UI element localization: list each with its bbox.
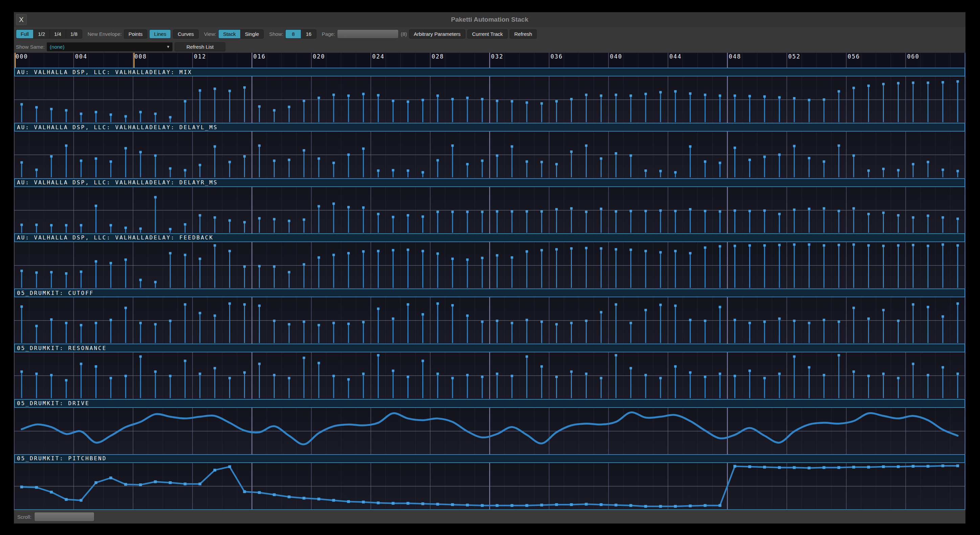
paketti-automation-stack-window: X Paketti Automation Stack Full 1/2 1/4 … [14, 12, 966, 524]
chevron-down-icon: ▼ [164, 44, 172, 49]
envelope-lines-button[interactable]: Lines [149, 29, 171, 38]
zoom-button-group: Full 1/2 1/4 1/8 [16, 29, 82, 38]
lane-envelope [14, 76, 965, 123]
current-track-button[interactable]: Current Track [467, 29, 508, 38]
lane-envelope [14, 352, 965, 399]
timeline-ruler: 0000040080120160200240280320360400440480… [14, 53, 965, 68]
lane-envelope [14, 132, 965, 178]
zoom-full-button[interactable]: Full [16, 29, 33, 38]
lane-plot-canvas[interactable] [14, 352, 965, 399]
lane-header: AU: VALHALLA DSP, LLC: VALHALLADELAY: DE… [14, 178, 965, 187]
lane-envelope [14, 187, 965, 233]
arbitrary-parameters-button[interactable]: Arbitrary Parameters [409, 29, 465, 38]
ruler-label: 056 [846, 53, 860, 60]
lane-title: AU: VALHALLA DSP, LLC: VALHALLADELAY: DE… [15, 179, 218, 186]
automation-lanes: AU: VALHALLA DSP, LLC: VALHALLADELAY: MI… [14, 68, 965, 510]
lane-title: 05_DRUMKIT: RESONANCE [15, 345, 107, 351]
lane-header: AU: VALHALLA DSP, LLC: VALHALLADELAY: DE… [14, 123, 965, 132]
title-bar: X Paketti Automation Stack [14, 12, 966, 27]
ruler-label: 000 [14, 53, 28, 60]
show-button-group: 8 16 [285, 29, 317, 38]
lane-title: 05_DRUMKIT: DRIVE [15, 400, 90, 406]
scroll-row: Scroll: [14, 510, 966, 524]
page-label: Page: [322, 31, 335, 37]
ruler-label: 020 [311, 53, 325, 60]
ruler-label: 048 [727, 53, 741, 60]
ruler-label: 024 [371, 53, 385, 60]
lane-plot-canvas[interactable] [14, 76, 965, 123]
lane-plot-canvas[interactable] [14, 132, 965, 178]
automation-stack-region: 0000040080120160200240280320360400440480… [14, 53, 966, 510]
lane-header: 05_DRUMKIT: RESONANCE [14, 344, 965, 352]
filter-toolbar: Show Same: (none) ▼ Refresh List [14, 41, 966, 53]
lane-plot-canvas[interactable] [14, 242, 965, 289]
ruler-label: 060 [905, 53, 920, 60]
lane-envelope [14, 463, 965, 509]
view-button-group: Stack Single [218, 29, 264, 38]
automation-lane: AU: VALHALLA DSP, LLC: VALHALLADELAY: DE… [14, 178, 965, 233]
automation-lane: 05_DRUMKIT: CUTOFF [14, 289, 965, 344]
lane-header: 05_DRUMKIT: CUTOFF [14, 289, 965, 297]
ruler-label: 028 [430, 53, 444, 60]
main-toolbar: Full 1/2 1/4 1/8 New Envelope: Points Li… [14, 27, 966, 41]
lane-plot-canvas[interactable] [14, 187, 965, 233]
scroll-label: Scroll: [17, 514, 32, 520]
refresh-list-button[interactable]: Refresh List [175, 42, 225, 51]
ruler-label: 016 [252, 53, 266, 60]
view-label: View: [204, 31, 216, 37]
automation-lane: AU: VALHALLA DSP, LLC: VALHALLADELAY: MI… [14, 68, 965, 123]
zoom-eighth-button[interactable]: 1/8 [66, 29, 82, 38]
ruler-label: 008 [133, 53, 147, 60]
lane-title: AU: VALHALLA DSP, LLC: VALHALLADELAY: FE… [15, 234, 213, 241]
automation-lane: 05_DRUMKIT: RESONANCE [14, 344, 965, 399]
lane-envelope [14, 297, 965, 344]
window-title: Paketti Automation Stack [14, 16, 966, 23]
automation-lane: 05_DRUMKIT: DRIVE [14, 399, 965, 454]
lane-header: AU: VALHALLA DSP, LLC: VALHALLADELAY: MI… [14, 68, 965, 76]
show-same-dropdown-value: (none) [47, 44, 64, 50]
page-count: (8) [401, 31, 407, 37]
refresh-button[interactable]: Refresh [510, 29, 537, 38]
scroll-slider[interactable] [34, 512, 94, 521]
ruler-label: 004 [74, 53, 88, 60]
zoom-half-button[interactable]: 1/2 [33, 29, 49, 38]
envelope-curves-button[interactable]: Curves [173, 29, 199, 38]
ruler-label: 040 [608, 53, 622, 60]
ruler-label: 044 [668, 53, 682, 60]
lane-header: 05_DRUMKIT: DRIVE [14, 399, 965, 408]
show-16-button[interactable]: 16 [301, 29, 317, 38]
lane-plot-canvas[interactable] [14, 408, 965, 454]
ruler-label: 012 [192, 53, 207, 60]
ruler-label: 032 [490, 53, 504, 60]
new-envelope-label: New Envelope: [88, 31, 122, 37]
lane-header: AU: VALHALLA DSP, LLC: VALHALLADELAY: FE… [14, 233, 965, 242]
show-label: Show: [269, 31, 283, 37]
lane-title: AU: VALHALLA DSP, LLC: VALHALLADELAY: DE… [15, 124, 218, 130]
show-same-dropdown[interactable]: (none) ▼ [47, 42, 173, 51]
view-stack-button[interactable]: Stack [218, 29, 240, 38]
lane-envelope [14, 242, 965, 289]
lane-title: 05_DRUMKIT: CUTOFF [15, 290, 94, 296]
show-8-button[interactable]: 8 [285, 29, 301, 38]
lane-title: 05_DRUMKIT: PITCHBEND [15, 455, 107, 462]
ruler-label: 036 [549, 53, 563, 60]
lane-plot-canvas[interactable] [14, 297, 965, 344]
automation-lane: AU: VALHALLA DSP, LLC: VALHALLADELAY: DE… [14, 123, 965, 178]
view-single-button[interactable]: Single [240, 29, 264, 38]
page-slider[interactable] [337, 29, 399, 38]
automation-lane: AU: VALHALLA DSP, LLC: VALHALLADELAY: FE… [14, 233, 965, 289]
zoom-quarter-button[interactable]: 1/4 [49, 29, 66, 38]
lane-header: 05_DRUMKIT: PITCHBEND [14, 454, 965, 463]
lane-plot-canvas[interactable] [14, 463, 965, 509]
ruler-label: 052 [787, 53, 801, 60]
lane-title: AU: VALHALLA DSP, LLC: VALHALLADELAY: MI… [15, 69, 192, 75]
envelope-points-button[interactable]: Points [124, 29, 148, 38]
automation-lane: 05_DRUMKIT: PITCHBEND [14, 454, 965, 509]
show-same-label: Show Same: [16, 44, 45, 50]
lane-envelope [14, 408, 965, 454]
